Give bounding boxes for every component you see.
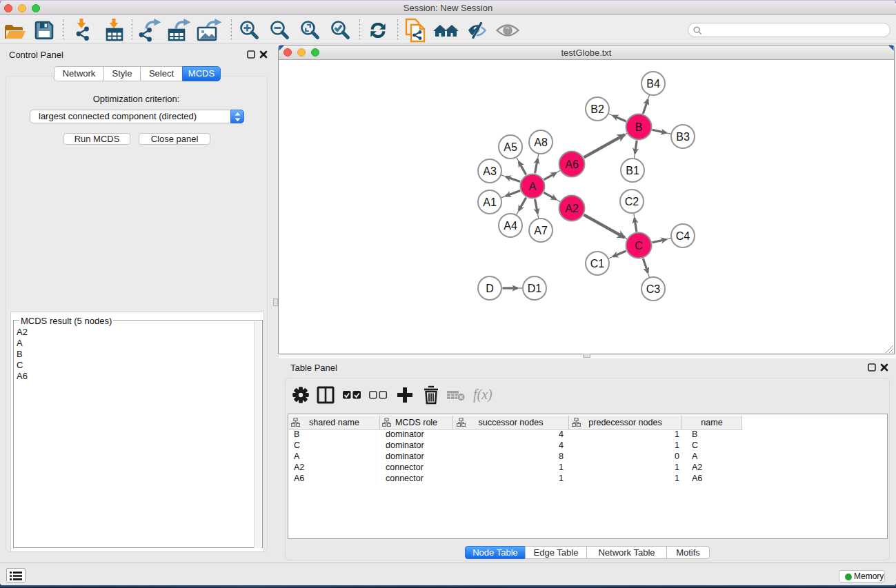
svg-text:A4: A4 xyxy=(504,220,517,232)
svg-text:D1: D1 xyxy=(528,283,542,294)
svg-text:B: B xyxy=(635,121,643,133)
svg-text:A1: A1 xyxy=(483,196,497,208)
svg-text:A: A xyxy=(529,181,537,192)
svg-text:B4: B4 xyxy=(646,78,660,90)
svg-text:D: D xyxy=(486,283,494,294)
svg-text:B3: B3 xyxy=(676,131,690,143)
svg-text:A2: A2 xyxy=(565,203,579,214)
svg-text:A8: A8 xyxy=(534,136,548,148)
svg-text:C1: C1 xyxy=(590,258,605,270)
svg-text:C: C xyxy=(635,240,643,252)
svg-text:A3: A3 xyxy=(483,165,497,177)
svg-text:B2: B2 xyxy=(590,103,604,115)
svg-text:C4: C4 xyxy=(676,230,690,242)
svg-text:A7: A7 xyxy=(534,225,548,236)
svg-text:C3: C3 xyxy=(646,283,661,295)
svg-text:C2: C2 xyxy=(625,196,639,207)
svg-text:B1: B1 xyxy=(626,165,639,176)
svg-text:A6: A6 xyxy=(565,159,579,170)
svg-text:A5: A5 xyxy=(504,141,517,153)
